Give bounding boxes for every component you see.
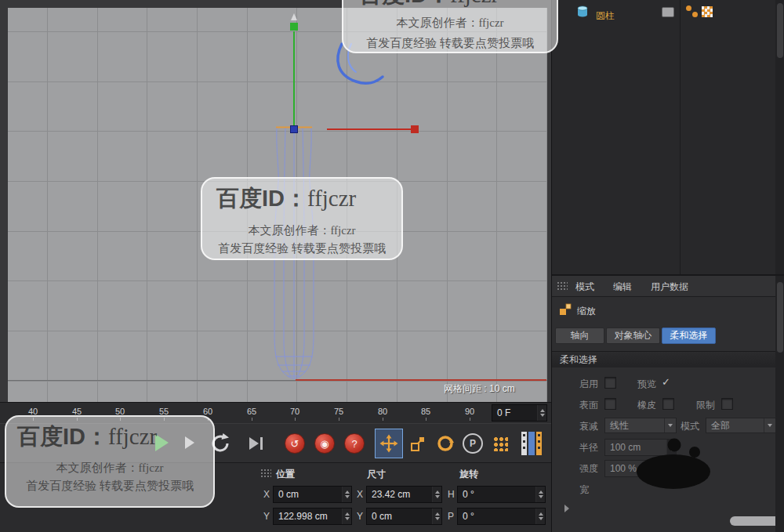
object-manager[interactable]: 圆柱 — [552, 0, 784, 274]
watermark-footer-line: 首发百度经验 转载要点赞投票哦 — [6, 479, 213, 493]
mode-label: 模式 — [670, 420, 699, 433]
display-color-icon[interactable] — [702, 6, 713, 17]
panel-handle-icon[interactable] — [260, 469, 271, 479]
timeline-tick: 90 — [459, 407, 481, 416]
rotation-header: 旋转 — [459, 468, 478, 481]
grid-spacing-label: 网格间距 : 10 cm — [444, 382, 515, 396]
goto-end-button[interactable] — [241, 430, 270, 457]
current-frame-value: 0 F — [492, 405, 537, 421]
enable-label: 启用 — [552, 378, 598, 391]
timeline-tick: 65 — [241, 407, 263, 416]
rot-p-stepper[interactable] — [535, 508, 545, 524]
watermark-author-line: 本文原创作者：ffjczr — [6, 461, 213, 475]
surface-checkbox[interactable] — [604, 398, 616, 410]
record-keyframe-icon: ↺ — [291, 438, 299, 450]
object-manager-divider — [680, 0, 681, 274]
rot-h-field[interactable]: 0 ° — [457, 486, 546, 503]
p-coordinate-icon: P — [463, 433, 483, 454]
limit-label: 限制 — [685, 399, 715, 412]
rotate-icon — [436, 434, 455, 453]
size-x-field[interactable]: 23.42 cm — [366, 486, 442, 503]
watermark-footer-line: 首发百度经验 转载要点赞投票哦 — [343, 36, 557, 50]
scale-gizmo-y-axis[interactable] — [290, 23, 298, 125]
menu-mode[interactable]: 模式 — [575, 280, 594, 294]
width-label: 宽 — [552, 483, 598, 497]
record-keyframe-button[interactable]: ↺ — [285, 433, 305, 454]
size-header: 尺寸 — [367, 468, 386, 481]
render-visibility-dot[interactable] — [692, 12, 698, 17]
watermark-center: 百度ID：ffjczr 本文原创作者：ffjczr 首发百度经验 转载要点赞投票… — [201, 177, 403, 260]
mode-dropdown[interactable]: 全部 — [706, 418, 776, 433]
rubber-checkbox[interactable] — [662, 398, 674, 410]
surface-label: 表面 — [552, 399, 598, 412]
soft-selection-section-header[interactable]: 柔和选择 — [552, 351, 784, 367]
watermark-footer-line: 首发百度经验 转载要点赞投票哦 — [202, 241, 401, 255]
current-frame-field[interactable]: 0 F — [492, 404, 547, 422]
move-tool-button[interactable] — [375, 429, 403, 458]
timeline-tick: 75 — [328, 407, 350, 416]
tab-soft-selection[interactable]: 柔和选择 — [662, 328, 716, 344]
rot-p-label: P — [448, 511, 454, 522]
pos-y-stepper[interactable] — [342, 508, 351, 524]
object-name: 圆柱 — [596, 9, 615, 23]
paw-watermark-blob — [625, 432, 722, 498]
object-manager-scrollbar[interactable] — [775, 0, 784, 274]
current-tool-label: 缩放 — [577, 305, 596, 318]
rotate-tool-button[interactable] — [431, 429, 459, 458]
size-y-field[interactable]: 0 cm — [366, 508, 442, 525]
coordinate-system-button[interactable]: P — [459, 429, 486, 458]
right-panel: 圆柱 模式 编辑 用户数据 缩放 轴向 — [551, 0, 784, 532]
snap-points-button[interactable] — [487, 429, 514, 458]
size-x-stepper[interactable] — [432, 487, 441, 502]
expand-arrow-icon[interactable] — [564, 505, 569, 512]
frame-stepper[interactable] — [537, 405, 546, 421]
pos-x-stepper[interactable] — [342, 487, 351, 502]
enable-checkbox[interactable] — [604, 377, 616, 389]
animation-palette-button[interactable] — [516, 427, 547, 460]
tab-axis[interactable]: 轴向 — [555, 328, 604, 344]
panel-handle-icon[interactable] — [557, 281, 568, 291]
rubber-label: 橡皮 — [626, 399, 656, 412]
menu-edit[interactable]: 编辑 — [613, 280, 632, 294]
gizmo-center-handle[interactable] — [291, 126, 298, 133]
rot-h-stepper[interactable] — [535, 487, 545, 502]
scale-tool-button[interactable] — [405, 429, 430, 458]
object-row[interactable]: 圆柱 — [552, 3, 677, 20]
preview-label: 预览 — [626, 378, 656, 391]
keyframe-options-button[interactable]: ? — [344, 433, 365, 454]
size-x-label: X — [357, 489, 363, 500]
menu-userdata[interactable]: 用户数据 — [651, 280, 688, 294]
filmstrip-icon — [521, 431, 543, 456]
watermark-author-line: 本文原创作者：ffjczr — [202, 223, 401, 237]
size-y-label: Y — [357, 511, 363, 522]
autokeying-button[interactable]: ◉ — [314, 433, 335, 454]
scale-icon — [409, 435, 426, 452]
preview-checkmark[interactable]: ✓ — [662, 376, 670, 388]
layer-icon[interactable] — [662, 7, 674, 17]
radius-label: 半径 — [552, 441, 598, 454]
attribute-manager: 模式 编辑 用户数据 缩放 轴向 对象轴心 柔和选择 柔和选择 启用 预览 ✓ … — [552, 274, 784, 532]
pos-x-field[interactable]: 0 cm — [273, 486, 352, 503]
attribute-menu-bar: 模式 编辑 用户数据 — [552, 276, 784, 297]
timeline-tick: 70 — [284, 407, 306, 416]
pos-y-field[interactable]: 122.998 cm — [273, 508, 352, 525]
dots-grid-icon — [492, 436, 508, 451]
position-header: 位置 — [276, 468, 295, 481]
rot-p-field[interactable]: 0 ° — [457, 508, 546, 525]
strength-label: 强度 — [552, 462, 598, 476]
scale-tool-icon — [558, 302, 572, 317]
attribute-scrollbar[interactable] — [775, 276, 784, 532]
pos-x-label: X — [263, 489, 270, 500]
limit-checkbox[interactable] — [721, 398, 733, 410]
axis-arrowhead-icon — [291, 13, 297, 20]
chevron-down-icon — [764, 418, 775, 432]
move-icon — [379, 434, 398, 453]
falloff-dropdown[interactable]: 线性 — [604, 418, 677, 433]
keyframe-options-icon: ? — [351, 438, 357, 450]
size-y-stepper[interactable] — [432, 508, 441, 524]
cylinder-icon — [575, 5, 590, 19]
tab-object-axis[interactable]: 对象轴心 — [606, 328, 660, 344]
scale-gizmo-x-axis[interactable] — [327, 125, 419, 133]
timeline-tick: 85 — [415, 407, 437, 416]
editor-visibility-dot[interactable] — [686, 5, 691, 11]
